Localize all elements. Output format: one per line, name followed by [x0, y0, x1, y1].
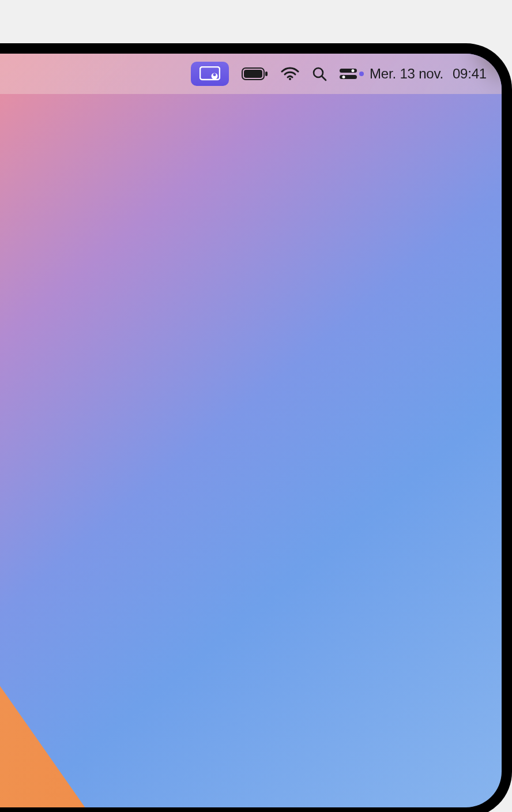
control-center-indicator-dot — [359, 72, 364, 76]
menubar-screenshare-icon[interactable] — [191, 62, 229, 86]
wifi-icon[interactable] — [281, 67, 299, 81]
svg-point-6 — [289, 78, 291, 80]
menubar-date: Mer. 13 nov. — [370, 66, 443, 82]
control-center-icon[interactable] — [340, 68, 357, 80]
menubar: Mer. 13 nov. 09:41 — [0, 54, 502, 94]
svg-point-2 — [213, 73, 216, 76]
battery-icon[interactable] — [242, 67, 268, 80]
menubar-time: 09:41 — [453, 66, 487, 82]
svg-point-12 — [342, 76, 345, 78]
spotlight-search-icon[interactable] — [312, 66, 327, 81]
svg-line-8 — [322, 76, 326, 80]
svg-rect-4 — [244, 70, 262, 78]
menubar-clock[interactable]: Mer. 13 nov. 09:41 — [370, 66, 487, 82]
svg-point-10 — [352, 69, 355, 72]
svg-rect-5 — [265, 72, 268, 76]
